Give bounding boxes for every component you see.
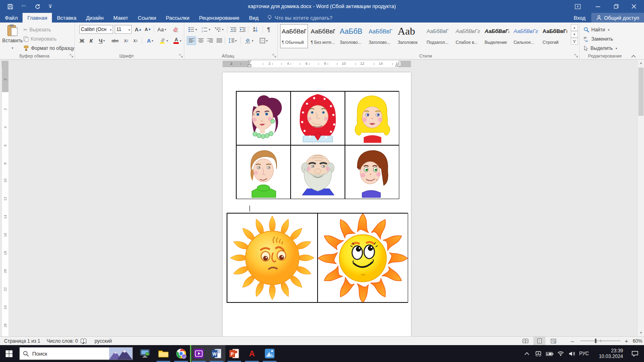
style-subtle-emphasis[interactable]: АаБбВвГг Слабое в... <box>454 24 482 48</box>
search-input[interactable] <box>32 351 109 357</box>
taskbar-this-pc[interactable] <box>136 345 154 362</box>
styles-scroll-up-button[interactable]: ▲ <box>571 24 578 31</box>
collapse-ribbon-button[interactable] <box>631 52 636 60</box>
find-button[interactable]: Найти <box>584 26 609 34</box>
boy-auburn[interactable] <box>345 145 399 199</box>
zoom-out-button[interactable]: – <box>571 337 574 345</box>
superscript-button[interactable]: x2 <box>131 36 140 45</box>
start-button[interactable] <box>0 345 18 362</box>
line-spacing-button[interactable] <box>227 36 239 45</box>
page-indicator[interactable]: Страница 1 из 1 <box>4 337 40 345</box>
styles-gallery-more-button[interactable]: ▼ <box>571 38 578 45</box>
style-heading1[interactable]: АаБбВ Заголово... <box>338 24 366 48</box>
sign-in-button[interactable]: Вход <box>568 13 591 23</box>
show-formatting-marks-button[interactable]: ¶ <box>264 25 273 34</box>
indent-markers[interactable] <box>247 60 252 68</box>
girl-blonde[interactable] <box>345 91 399 145</box>
taskbar-search-box[interactable] <box>19 347 133 360</box>
restore-button[interactable] <box>609 0 623 13</box>
font-dialog-launcher[interactable] <box>178 53 183 58</box>
bullet-list-button[interactable] <box>187 25 199 34</box>
clear-formatting-button[interactable] <box>171 25 180 34</box>
action-center-button[interactable] <box>629 345 641 362</box>
change-case-button[interactable]: Аа <box>156 25 168 34</box>
style-no-spacing[interactable]: АаБбВвГг, ¶ Без инте... <box>309 24 337 48</box>
shading-button[interactable] <box>243 36 256 45</box>
tab-insert[interactable]: Вставка <box>52 13 81 23</box>
style-normal[interactable]: АаБбВвГг, ¶ Обычный <box>280 24 308 48</box>
scrollbar-thumb[interactable] <box>638 68 644 116</box>
taskbar-media-player[interactable] <box>190 345 208 362</box>
man-father[interactable] <box>236 145 291 199</box>
proofing-status[interactable] <box>80 337 87 345</box>
share-button[interactable]: Общий доступ <box>591 13 644 23</box>
tray-expand-button[interactable] <box>522 345 532 362</box>
tray-clock[interactable]: 23:39 10.03.2024 <box>599 345 626 362</box>
shrink-font-button[interactable]: А▼ <box>143 25 153 34</box>
borders-button[interactable] <box>257 36 270 45</box>
read-mode-view-button[interactable] <box>519 337 531 345</box>
clipboard-dialog-launcher[interactable] <box>69 53 74 58</box>
format-painter-button[interactable]: Формат по образцу <box>23 44 74 52</box>
cut-button[interactable]: ✂ Вырезать <box>23 26 51 34</box>
tray-language[interactable]: РУС <box>577 345 591 362</box>
tray-volume-icon[interactable] <box>567 345 577 362</box>
decrease-indent-button[interactable] <box>229 25 238 34</box>
tab-mailings[interactable]: Рассылки <box>161 13 194 23</box>
align-center-button[interactable] <box>196 36 205 45</box>
document-page[interactable] <box>223 72 411 336</box>
styles-dialog-launcher[interactable] <box>574 53 578 58</box>
minimize-button[interactable] <box>591 0 605 13</box>
scroll-up-button[interactable]: ▲ <box>638 60 644 66</box>
style-subtitle[interactable]: АаБбВвГ Подзагол... <box>425 24 453 48</box>
right-indent-marker[interactable] <box>394 63 399 67</box>
taskbar-powerpoint[interactable]: P <box>225 345 243 362</box>
vertical-scrollbar[interactable]: ▲ ▼ <box>637 60 644 336</box>
horizontal-ruler[interactable]: 2 2 4 6 8 10 12 14 16 <box>223 61 411 67</box>
style-heading2[interactable]: АаБбВвГ Заголово... <box>367 24 395 48</box>
taskbar-chrome[interactable]: л <box>172 345 190 362</box>
style-strong[interactable]: АаБбВвГг, Строгий <box>541 24 569 48</box>
taskbar-acrobat[interactable]: A <box>243 345 261 362</box>
tab-design[interactable]: Дизайн <box>81 13 109 23</box>
tab-file[interactable]: Файл <box>0 13 23 23</box>
ribbon-display-options-button[interactable] <box>571 0 584 13</box>
copy-button[interactable]: Копировать <box>23 35 57 43</box>
replace-button[interactable]: abac Заменить <box>584 35 613 43</box>
style-title[interactable]: Аab Заголовок <box>396 24 424 48</box>
tray-display-icon[interactable] <box>533 345 543 362</box>
tray-wifi-icon[interactable] <box>555 345 566 362</box>
font-size-combobox[interactable]: 11 <box>115 25 132 34</box>
scroll-down-button[interactable]: ▼ <box>638 329 644 336</box>
numbered-list-button[interactable]: 12 <box>200 25 212 34</box>
highlight-color-button[interactable] <box>157 36 170 45</box>
print-layout-view-button[interactable] <box>533 337 545 345</box>
sun-happy[interactable] <box>318 213 408 302</box>
language-indicator[interactable]: русский <box>95 337 112 345</box>
font-color-button[interactable]: А <box>171 36 184 45</box>
tell-me-box[interactable]: Что вы хотите сделать? <box>263 13 336 23</box>
close-button[interactable] <box>627 0 641 13</box>
grow-font-button[interactable]: А▲ <box>134 25 143 34</box>
style-intense-emphasis[interactable]: АаБбВвГг Сильное... <box>512 24 540 48</box>
style-emphasis[interactable]: АаБбВвГг Выделение <box>483 24 511 48</box>
taskbar-photos[interactable] <box>261 345 279 362</box>
underline-button[interactable]: Ч <box>96 36 108 45</box>
align-right-button[interactable] <box>205 36 215 45</box>
zoom-level[interactable]: 60% <box>633 337 642 345</box>
align-left-button[interactable] <box>187 36 196 45</box>
taskbar-word[interactable]: W <box>208 345 225 362</box>
grandmother-in-scarf[interactable] <box>291 91 345 145</box>
justify-button[interactable] <box>215 36 224 45</box>
multilevel-list-button[interactable] <box>213 25 225 34</box>
grandfather-beard[interactable] <box>291 145 345 199</box>
select-button[interactable]: Выделить <box>584 44 617 52</box>
word-count[interactable]: Число слов: 0 <box>47 337 78 345</box>
paste-button[interactable]: Вставить <box>3 24 22 51</box>
paragraph-dialog-launcher[interactable] <box>272 53 277 58</box>
tab-layout[interactable]: Макет <box>108 13 133 23</box>
woman-mother[interactable] <box>236 91 291 145</box>
taskbar-file-explorer[interactable] <box>155 345 172 362</box>
tab-home[interactable]: Главная <box>23 13 52 23</box>
web-layout-view-button[interactable] <box>547 337 559 345</box>
